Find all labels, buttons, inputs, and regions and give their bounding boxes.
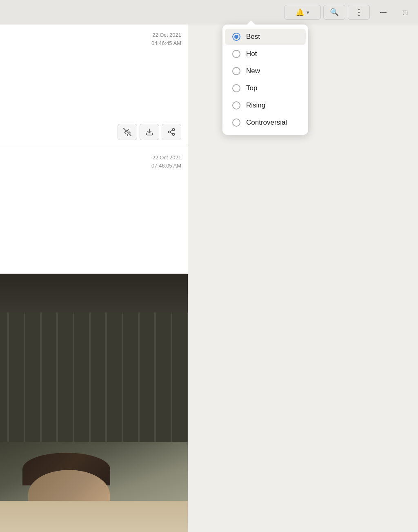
title-bar: 🔔 ▾ 🔍 ⋮ — ▢ — [0, 0, 418, 25]
search-icon: 🔍 — [330, 8, 339, 17]
minimize-button[interactable]: — — [372, 5, 394, 20]
sort-option-label: Top — [246, 84, 257, 92]
radio-rising — [232, 101, 240, 110]
radio-top — [232, 84, 240, 92]
sort-button[interactable]: 🔔 ▾ — [284, 5, 321, 20]
sort-option-label: New — [246, 67, 260, 75]
svg-line-6 — [170, 132, 173, 134]
post-image — [0, 274, 188, 532]
radio-best — [232, 33, 240, 41]
post-item: 22 Oct 2021 04:46:45 AM — [0, 25, 188, 147]
more-vert-icon: ⋮ — [355, 7, 363, 17]
content-area: 22 Oct 2021 04:46:45 AM — [0, 25, 188, 532]
sort-option-controversial[interactable]: Controversial — [225, 114, 306, 131]
maximize-button[interactable]: ▢ — [397, 5, 413, 20]
post-actions — [118, 124, 181, 140]
post-timestamp: 22 Oct 2021 04:46:45 AM — [151, 31, 181, 47]
dropdown-arrow-icon: ▾ — [307, 9, 309, 16]
bell-icon: 🔔 — [296, 8, 304, 17]
svg-line-7 — [170, 130, 173, 131]
ceiling — [0, 274, 188, 313]
sort-option-label: Controversial — [246, 118, 287, 127]
post-item — [0, 274, 188, 532]
share-button[interactable] — [162, 124, 181, 140]
post-item: 22 Oct 2021 07:46:05 AM — [0, 147, 188, 274]
maximize-icon: ▢ — [402, 9, 408, 16]
sort-option-hot[interactable]: Hot — [225, 46, 306, 62]
sort-option-best[interactable]: Best — [225, 29, 306, 45]
sort-option-top[interactable]: Top — [225, 80, 306, 96]
radio-hot — [232, 50, 240, 58]
radio-new — [232, 67, 240, 75]
unpin-button[interactable] — [118, 124, 137, 140]
sort-option-label: Rising — [246, 101, 265, 110]
post-timestamp: 22 Oct 2021 07:46:05 AM — [151, 154, 181, 170]
sort-option-label: Hot — [246, 50, 257, 58]
floor — [0, 501, 188, 532]
dropdown-arrow — [247, 20, 255, 25]
sort-option-rising[interactable]: Rising — [225, 97, 306, 114]
download-button[interactable] — [140, 124, 159, 140]
radio-controversial — [232, 118, 240, 127]
minimize-icon: — — [380, 9, 387, 16]
sort-option-label: Best — [246, 33, 260, 41]
sort-option-new[interactable]: New — [225, 63, 306, 79]
search-button[interactable]: 🔍 — [323, 5, 345, 20]
sort-dropdown: Best Hot New Top Rising Controversial — [222, 25, 308, 135]
menu-button[interactable]: ⋮ — [348, 5, 370, 20]
